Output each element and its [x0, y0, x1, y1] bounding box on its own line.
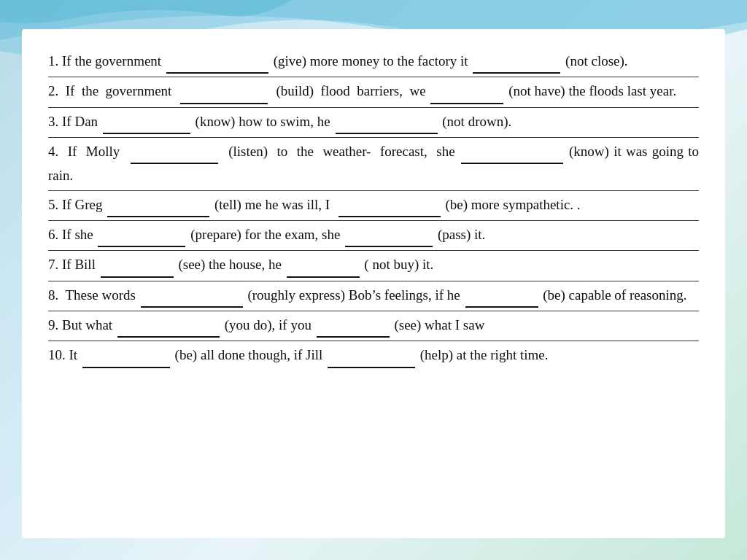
sentence-1: 1. If the government (give) more money t…	[48, 50, 699, 74]
sentence-10: 10. It (be) all done though, if Jill (he…	[48, 343, 699, 368]
blank-4-1	[131, 140, 218, 164]
divider-2	[48, 107, 699, 108]
sentence-6: 6. If she (prepare) for the exam, she (p…	[48, 223, 699, 247]
sentence-10-text-1: 10. It	[48, 347, 81, 362]
divider-8	[48, 311, 699, 311]
sentence-9-text-2: (you do), if you	[221, 317, 315, 332]
sentence-3-text-1: 3. If Dan	[48, 114, 101, 129]
blank-9-1	[117, 314, 220, 338]
sentence-7-text-2: (see) the house, he	[175, 257, 285, 272]
sentence-10-text-2: (be) all done though, if Jill	[171, 347, 326, 362]
blank-7-2	[287, 253, 360, 277]
sentence-2-text-1: 2. If the government	[48, 83, 179, 98]
divider-5	[48, 220, 699, 221]
blank-5-1	[107, 193, 209, 217]
sentence-8-text-2: (roughly express) Bob’s feelings, if he	[244, 287, 464, 303]
sentence-9: 9. But what (you do), if you (see) what …	[48, 314, 699, 338]
sentence-6-text-3: (pass) it.	[434, 227, 485, 242]
divider-7	[48, 281, 699, 281]
blank-2-2	[430, 79, 503, 104]
sentence-1-text-2: (give) more money to the factory it	[270, 53, 471, 69]
sentence-2-text-2: (build) flood barriers, we	[269, 83, 430, 98]
sentence-1-text-3: (not close).	[562, 53, 627, 69]
sentence-4: 4. If Molly (listen) to the weather- for…	[48, 140, 699, 187]
sentence-7-text-3: ( not buy) it.	[361, 257, 434, 272]
blank-8-1	[141, 284, 243, 308]
blank-5-2	[338, 193, 441, 217]
sentence-9-text-3: (see) what I saw	[391, 317, 485, 332]
sentence-4-text-2: (listen) to the weather- forecast, she	[220, 144, 460, 159]
sentence-8-text-3: (be) capable of reasoning.	[540, 287, 687, 303]
sentence-7: 7. If Bill (see) the house, he ( not buy…	[48, 253, 699, 277]
blank-10-2	[328, 343, 415, 368]
sentence-2-text-3: (not have) the floods last year.	[505, 83, 676, 98]
divider-3	[48, 137, 699, 138]
blank-3-2	[336, 110, 438, 134]
sentence-3: 3. If Dan (know) how to swim, he (not dr…	[48, 110, 699, 134]
divider-4	[48, 190, 699, 191]
sentence-5-text-1: 5. If Greg	[48, 197, 106, 212]
divider-9	[48, 341, 699, 341]
blank-6-1	[98, 223, 185, 247]
blank-6-2	[345, 223, 433, 247]
divider-6	[48, 250, 699, 251]
sentence-3-text-2: (know) how to swim, he	[192, 114, 334, 129]
sentence-7-text-1: 7. If Bill	[48, 257, 99, 272]
sentence-4-text-1: 4. If Molly	[48, 144, 129, 159]
sentence-6-text-1: 6. If she	[48, 227, 96, 242]
blank-10-1	[82, 343, 170, 368]
sentence-9-text-1: 9. But what	[48, 317, 116, 332]
sentence-6-text-2: (prepare) for the exam, she	[187, 227, 344, 242]
sentence-1-text-1: 1. If the government	[48, 53, 165, 69]
sentence-2: 2. If the government (build) flood barri…	[48, 79, 699, 104]
blank-4-2	[461, 140, 563, 164]
content-box: 1. If the government (give) more money t…	[22, 29, 725, 538]
blank-9-2	[317, 314, 390, 338]
blank-1-1	[166, 50, 268, 74]
sentence-8: 8. These words (roughly express) Bob’s f…	[48, 284, 699, 308]
sentence-3-text-3: (not drown).	[439, 114, 512, 129]
blank-2-1	[180, 79, 268, 104]
sentence-5-text-2: (tell) me he was ill, I	[211, 197, 337, 212]
blank-3-1	[103, 110, 190, 134]
sentence-5-text-3: (be) more sympathetic. .	[442, 197, 581, 212]
sentence-8-text-1: 8. These words	[48, 287, 139, 303]
sentence-5: 5. If Greg (tell) me he was ill, I (be) …	[48, 193, 699, 217]
blank-7-1	[101, 253, 174, 277]
divider-1	[48, 77, 699, 77]
blank-8-2	[465, 284, 538, 308]
blank-1-2	[473, 50, 560, 74]
sentence-10-text-3: (help) at the right time.	[417, 347, 548, 362]
